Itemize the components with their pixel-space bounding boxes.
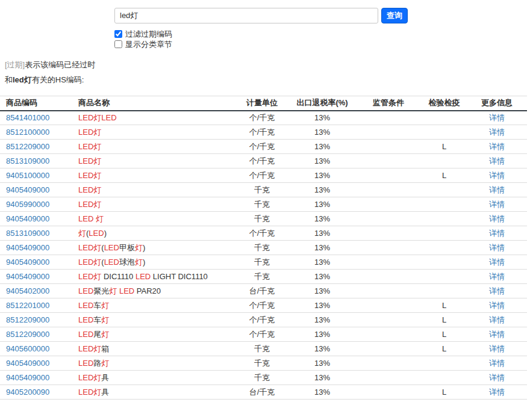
header-more-info: 更多信息 (467, 96, 527, 111)
product-code-link[interactable]: 9405409000 (6, 243, 49, 252)
unit-cell: 个/千克 (235, 226, 289, 241)
product-code-cell: 8512209000 (0, 140, 72, 154)
product-code-link[interactable]: 9405409000 (6, 258, 49, 267)
detail-link[interactable]: 详情 (489, 388, 505, 397)
product-code-link[interactable]: 9405409000 (6, 373, 49, 382)
detail-link[interactable]: 详情 (489, 258, 505, 267)
unit-cell: 台/千克 (235, 385, 289, 400)
name-text: 甲板 (119, 243, 135, 252)
keyword-highlight: LED灯LED (78, 113, 117, 122)
name-text: 车 (93, 315, 101, 324)
supervision-cell (355, 140, 422, 154)
table-row: 9405409000LED路灯千克13%详情 (0, 356, 527, 371)
unit-cell: 千克 (235, 241, 289, 255)
detail-link[interactable]: 详情 (489, 330, 505, 339)
name-text: LIGHT DIC1110 (151, 272, 208, 281)
expired-text: 表示该编码已经过时 (25, 60, 95, 69)
unit-cell: 千克 (235, 270, 289, 284)
rebate-rate-cell: 13% (289, 342, 355, 356)
more-info-cell: 详情 (467, 255, 527, 270)
detail-link[interactable]: 详情 (489, 185, 505, 194)
product-code-link[interactable]: 9405409000 (6, 185, 49, 194)
table-row: 9405409000LED灯(LED甲板灯)千克13%详情 (0, 241, 527, 255)
filter-show-chapters[interactable]: 显示分类章节 (114, 39, 530, 49)
detail-link[interactable]: 详情 (489, 301, 505, 310)
product-code-link[interactable]: 9405100000 (6, 171, 49, 180)
detail-link[interactable]: 详情 (489, 229, 505, 238)
unit-cell: 个/千克 (235, 111, 289, 125)
product-name-cell: LED聚光灯 LED PAR20 (72, 284, 235, 298)
related-note: 和led灯有关的HS编码: (5, 75, 530, 85)
detail-link[interactable]: 详情 (489, 200, 505, 209)
filter-expired-label: 过滤过期编码 (125, 29, 172, 40)
detail-link[interactable]: 详情 (489, 128, 505, 137)
product-code-cell: 9405600000 (0, 342, 72, 356)
product-code-link[interactable]: 8512209000 (6, 315, 49, 324)
product-code-cell: 9405402000 (0, 284, 72, 298)
product-code-link[interactable]: 9405409000 (6, 272, 49, 281)
detail-link[interactable]: 详情 (489, 142, 505, 151)
keyword-highlight: LED灯 (78, 373, 101, 382)
expired-tag: [过期] (5, 60, 25, 69)
product-code-link[interactable]: 9405409000 (6, 214, 49, 223)
filter-chapters-checkbox[interactable] (114, 40, 122, 48)
detail-link[interactable]: 详情 (489, 373, 505, 382)
detail-link[interactable]: 详情 (489, 359, 505, 368)
product-code-link[interactable]: 8512209000 (6, 330, 49, 339)
keyword-highlight: LED灯 (78, 243, 101, 252)
quarantine-cell (422, 371, 467, 385)
supervision-cell (355, 356, 422, 371)
query-button[interactable]: 查询 (381, 8, 408, 23)
detail-link[interactable]: 详情 (489, 113, 505, 122)
quarantine-cell: L (422, 342, 467, 356)
header-product-name: 商品名称 (72, 96, 235, 111)
keyword-highlight: LED灯 (78, 200, 101, 209)
unit-cell: 个/千克 (235, 298, 289, 313)
detail-link[interactable]: 详情 (489, 315, 505, 324)
rebate-rate-cell: 13% (289, 241, 355, 255)
product-code-link[interactable]: 8512100000 (6, 128, 49, 137)
product-code-link[interactable]: 9405402000 (6, 286, 49, 295)
product-code-link[interactable]: 9405200090 (6, 388, 49, 397)
more-info-cell: 详情 (467, 111, 527, 125)
detail-link[interactable]: 详情 (489, 156, 505, 165)
product-code-link[interactable]: 8512201000 (6, 301, 49, 310)
more-info-cell: 详情 (467, 284, 527, 298)
product-code-link[interactable]: 8541401000 (6, 113, 49, 122)
rebate-rate-cell: 13% (289, 125, 355, 140)
search-input[interactable] (114, 8, 378, 23)
product-code-cell: 9405409000 (0, 255, 72, 270)
keyword-highlight: LED灯 (78, 128, 101, 137)
detail-link[interactable]: 详情 (489, 344, 505, 353)
supervision-cell (355, 168, 422, 183)
product-code-cell: 9405409000 (0, 212, 72, 226)
quarantine-cell (422, 255, 467, 270)
detail-link[interactable]: 详情 (489, 214, 505, 223)
product-code-link[interactable]: 9405990000 (6, 200, 49, 209)
quarantine-cell: L (422, 140, 467, 154)
unit-cell: 个/千克 (235, 154, 289, 168)
name-text: 具 (101, 373, 109, 382)
detail-link[interactable]: 详情 (489, 171, 505, 180)
quarantine-cell (422, 356, 467, 371)
table-row: 9405100000LED灯个/千克13%L详情 (0, 168, 527, 183)
detail-link[interactable]: 详情 (489, 272, 505, 281)
product-code-link[interactable]: 9405600000 (6, 344, 49, 353)
product-code-link[interactable]: 8513109000 (6, 229, 49, 238)
product-name-cell: LED尾灯 (72, 327, 235, 342)
detail-link[interactable]: 详情 (489, 286, 505, 295)
table-row: 9405409000LED灯 DIC1110 LED LIGHT DIC1110… (0, 270, 527, 284)
filter-expired-codes[interactable]: 过滤过期编码 (114, 29, 530, 39)
detail-link[interactable]: 详情 (489, 243, 505, 252)
search-bar: 查询 (114, 8, 530, 23)
unit-cell: 千克 (235, 356, 289, 371)
filter-expired-checkbox[interactable] (114, 30, 122, 38)
name-text: 车 (93, 301, 101, 310)
header-supervision: 监管条件 (355, 96, 422, 111)
rebate-rate-cell: 13% (289, 313, 355, 327)
product-code-link[interactable]: 9405409000 (6, 359, 49, 368)
quarantine-cell (422, 125, 467, 140)
keyword-highlight: LED灯 (78, 258, 101, 267)
product-code-link[interactable]: 8513109000 (6, 156, 49, 165)
product-code-link[interactable]: 8512209000 (6, 142, 49, 151)
